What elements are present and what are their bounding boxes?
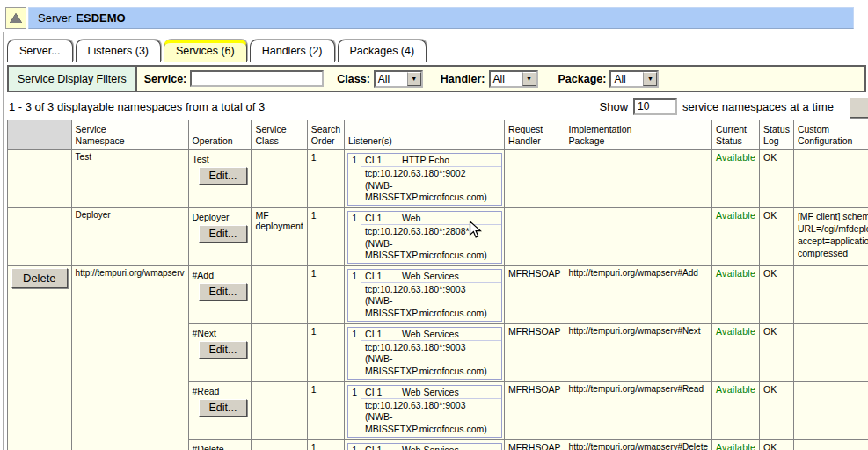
table-header-row: Service Namespace Operation Service Clas… [8,120,868,150]
listener-name: HTTP Echo [398,154,501,167]
search-order-cell: 1 [307,323,344,381]
custom-configuration-cell [793,265,868,323]
listener-number: 1 [348,212,361,263]
operation-cell: Deployer Edit... [188,207,252,265]
table-row: Deployer Deployer Edit... MF deployment … [8,207,868,265]
namespace-cell: http://tempuri.org/wmapserv [71,265,188,450]
custom-configuration-cell [793,381,868,439]
show-suffix: service namespaces at a time [682,100,834,113]
listener-table: 1 CI 1 Web Services tcp:10.120.63.180*:9… [347,269,502,322]
listeners-cell: 1 CI 1 Web Services tcp:10.120.63.180*:9… [345,323,505,381]
implementation-package-cell [565,207,711,265]
chevron-down-icon: ▼ [522,72,536,86]
operation-cell: #Read Edit... [188,381,252,439]
filter-bar: Service Display Filters Service: Class: … [7,65,866,92]
chevron-down-icon: ▼ [407,72,421,86]
listener-name: Web Services [398,444,501,450]
service-filter-input[interactable] [190,70,324,87]
listener-connector: CI 1 [361,270,398,283]
table-row: Delete http://tempuri.org/wmapserv #Add … [8,265,868,323]
search-order-cell: 1 [307,150,344,208]
operation-name: Test [193,152,248,164]
frame-divider [3,32,4,450]
operation-cell: Test Edit... [188,150,252,208]
listener-connector: CI 1 [361,444,398,450]
operation-name: #Add [193,268,248,280]
package-filter-value: All [611,72,643,86]
service-class-cell [252,150,307,208]
listener-name: Web Services [398,386,501,399]
listener-name: Web Services [398,270,501,283]
mouse-cursor [469,221,484,241]
listener-number: 1 [348,270,361,321]
operation-cell: #Delete Edit... [188,439,252,450]
filter-bar-title: Service Display Filters [9,67,137,91]
pagination-row: 1 - 3 of 3 displayable namespaces from a… [9,96,844,117]
col-request-handler: Request Handler [505,120,565,150]
table-row: Test Test Edit... 1 1 CI 1 HTTP Echo tcp… [8,150,868,208]
edit-button[interactable]: Edit... [199,225,248,243]
search-order-cell: 1 [307,207,344,265]
implementation-package-cell: http://tempuri.org/wmapserv#Read [565,381,711,439]
listeners-cell: 1 CI 1 Web Services tcp:10.120.63.180*:9… [345,439,505,450]
server-label: Server [38,11,71,25]
status-badge: Available [711,381,759,439]
listener-connector: CI 1 [361,154,398,167]
package-filter-select[interactable]: All ▼ [609,70,659,88]
delete-button[interactable]: Delete [11,268,68,288]
status-badge: Available [711,207,759,265]
listeners-cell: 1 CI 1 HTTP Echo tcp:10.120.63.180*:9002… [345,150,505,208]
operation-name: Deployer [193,210,248,222]
status-log-cell: OK [760,265,794,323]
edit-button[interactable]: Edit... [199,167,248,185]
service-filter-label: Service: [144,73,187,85]
listener-table: 1 CI 1 Web Services tcp:10.120.63.180*:9… [347,327,502,380]
service-class-cell [252,265,307,323]
tab-server[interactable]: Server... [7,40,73,62]
refresh-edge-button[interactable] [850,97,868,118]
class-filter-label: Class: [337,73,370,85]
custom-configuration-cell [793,439,868,450]
listener-name: Web Services [398,328,501,341]
col-current-status: Current Status [711,120,759,150]
tab-packages[interactable]: Packages (4) [338,40,427,62]
operation-name: #Next [193,326,248,338]
listeners-cell: 1 CI 1 Web Services tcp:10.120.63.180*:9… [345,265,505,323]
action-cell: Delete [8,265,72,450]
implementation-package-cell [565,150,711,208]
server-title-bar: Server ESDEMO [28,7,854,29]
search-order-cell: 1 [307,439,344,450]
show-label: Show [600,100,629,113]
edit-button[interactable]: Edit... [199,341,248,359]
status-log-cell: OK [760,150,794,208]
col-action [8,120,72,150]
edit-button[interactable]: Edit... [199,399,248,417]
services-table: Service Namespace Operation Service Clas… [7,120,868,450]
class-filter-value: All [376,72,407,86]
handler-filter-label: Handler: [441,73,485,85]
tab-services[interactable]: Services (6) [164,40,247,62]
request-handler-cell: MFRHSOAP [505,323,565,381]
handler-filter-value: All [491,72,522,86]
handler-filter-select[interactable]: All ▼ [489,70,538,88]
class-filter-select[interactable]: All ▼ [374,70,423,88]
implementation-package-cell: http://tempuri.org/wmapserv#Delete [565,439,711,450]
operation-name: #Read [193,384,248,396]
server-header: Server ESDEMO [5,7,854,29]
status-badge: Available [711,323,759,381]
col-status-log: Status Log [760,120,794,150]
edit-button[interactable]: Edit... [199,283,248,301]
col-implementation-package: Implementation Package [565,120,711,150]
listener-name: Web [398,212,501,225]
chevron-down-icon: ▼ [643,72,657,86]
package-filter-label: Package: [558,73,607,85]
tab-listeners[interactable]: Listeners (3) [76,40,161,62]
col-operation: Operation [188,120,252,150]
custom-configuration-cell: [MF client] scheme=http URL=/cgi/mfdeplo… [793,207,868,265]
custom-configuration-cell [793,323,868,381]
status-badge: Available [711,439,759,450]
collapse-toggle-button[interactable] [5,7,26,29]
tab-handlers[interactable]: Handlers (2) [250,40,335,62]
show-count-input[interactable] [633,98,677,115]
request-handler-cell: MFRHSOAP [505,381,565,439]
